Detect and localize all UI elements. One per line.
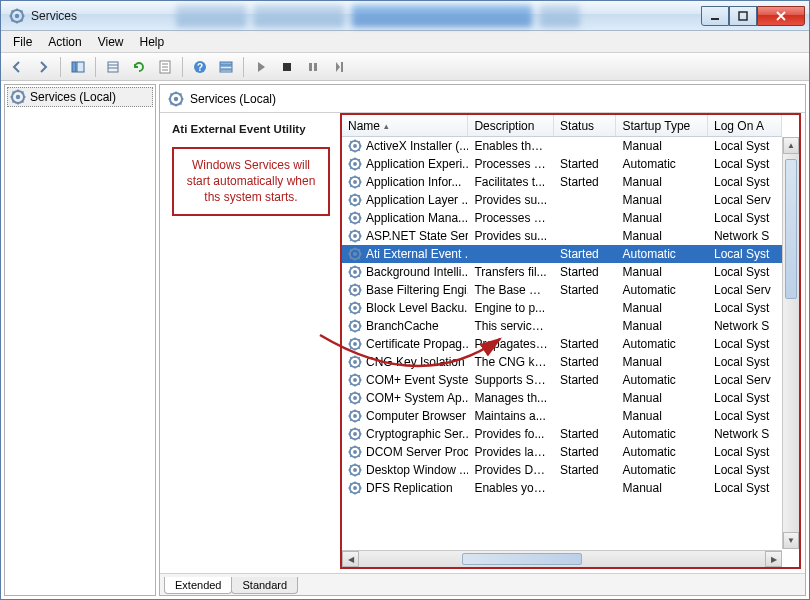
filter-button[interactable] <box>214 55 238 79</box>
service-rows: ActiveX Installer (...Enables the ...Man… <box>342 137 782 497</box>
service-row[interactable]: DCOM Server Proc...Provides lau...Starte… <box>342 443 782 461</box>
scroll-up-button[interactable]: ▲ <box>783 137 799 154</box>
service-row[interactable]: Block Level Backu...Engine to p...Manual… <box>342 299 782 317</box>
maximize-button[interactable] <box>729 6 757 26</box>
service-name: Block Level Backu... <box>366 301 468 315</box>
service-row[interactable]: Application Infor...Facilitates t...Star… <box>342 173 782 191</box>
service-name: CNG Key Isolation <box>366 355 465 369</box>
services-window: Services File Action View Help ? <box>0 0 810 600</box>
service-row[interactable]: ASP.NET State Ser...Provides su...Manual… <box>342 227 782 245</box>
service-startup-type: Automatic <box>616 445 707 459</box>
service-description: Processes a... <box>468 157 554 171</box>
scroll-thumb[interactable] <box>785 159 797 299</box>
minimize-button[interactable] <box>701 6 729 26</box>
svg-rect-10 <box>711 18 719 20</box>
menubar: File Action View Help <box>1 31 809 53</box>
service-name: Application Experi... <box>366 157 468 171</box>
column-header-description[interactable]: Description <box>468 115 554 136</box>
service-startup-type: Automatic <box>616 157 707 171</box>
services-app-icon <box>9 8 25 24</box>
service-description: Enables the ... <box>468 139 554 153</box>
service-icon <box>348 337 362 351</box>
service-name: BranchCache <box>366 319 439 333</box>
service-description: Supports Sy... <box>468 373 554 387</box>
service-row[interactable]: Application Layer ...Provides su...Manua… <box>342 191 782 209</box>
svg-rect-23 <box>220 62 232 65</box>
svg-rect-26 <box>283 63 291 71</box>
service-row[interactable]: COM+ System Ap...Manages th...ManualLoca… <box>342 389 782 407</box>
menu-help[interactable]: Help <box>132 33 173 51</box>
menu-file[interactable]: File <box>5 33 40 51</box>
hscroll-thumb[interactable] <box>462 553 582 565</box>
service-name: COM+ System Ap... <box>366 391 468 405</box>
service-name: ASP.NET State Ser... <box>366 229 468 243</box>
service-icon <box>348 355 362 369</box>
service-row[interactable]: COM+ Event Syste...Supports Sy...Started… <box>342 371 782 389</box>
back-button[interactable] <box>5 55 29 79</box>
titlebar[interactable]: Services <box>1 1 809 31</box>
service-logon: Network S <box>708 319 782 333</box>
restart-service-button[interactable] <box>327 55 351 79</box>
service-row[interactable]: Computer BrowserMaintains a...ManualLoca… <box>342 407 782 425</box>
service-row[interactable]: Desktop Window ...Provides De...StartedA… <box>342 461 782 479</box>
help-button[interactable]: ? <box>188 55 212 79</box>
properties-button[interactable] <box>153 55 177 79</box>
service-description: Provides lau... <box>468 445 554 459</box>
column-header-startup[interactable]: Startup Type <box>616 115 707 136</box>
service-logon: Local Syst <box>708 463 782 477</box>
tree-panel: Services (Local) <box>4 84 156 596</box>
service-logon: Local Serv <box>708 193 782 207</box>
column-headers: Name Description Status Startup Type Log… <box>342 115 782 137</box>
start-service-button[interactable] <box>249 55 273 79</box>
forward-button[interactable] <box>31 55 55 79</box>
services-icon <box>168 91 184 107</box>
tree-item-services-local[interactable]: Services (Local) <box>7 87 153 107</box>
service-row[interactable]: Background Intelli...Transfers fil...Sta… <box>342 263 782 281</box>
scroll-left-button[interactable]: ◀ <box>342 551 359 567</box>
pause-service-button[interactable] <box>301 55 325 79</box>
service-status: Started <box>554 283 616 297</box>
service-row[interactable]: DFS ReplicationEnables you...ManualLocal… <box>342 479 782 497</box>
service-row[interactable]: Base Filtering Engi...The Base Fil...Sta… <box>342 281 782 299</box>
export-list-button[interactable] <box>101 55 125 79</box>
column-header-logon[interactable]: Log On A <box>708 115 782 136</box>
svg-rect-27 <box>309 63 312 71</box>
svg-rect-13 <box>77 62 84 72</box>
service-logon: Local Syst <box>708 391 782 405</box>
service-row[interactable]: BranchCacheThis service ...ManualNetwork… <box>342 317 782 335</box>
close-button[interactable] <box>757 6 805 26</box>
service-startup-type: Manual <box>616 481 707 495</box>
menu-action[interactable]: Action <box>40 33 89 51</box>
service-row[interactable]: Application Experi...Processes a...Start… <box>342 155 782 173</box>
service-name: Ati External Event ... <box>366 247 468 261</box>
tab-standard[interactable]: Standard <box>231 577 298 594</box>
stop-service-button[interactable] <box>275 55 299 79</box>
menu-view[interactable]: View <box>90 33 132 51</box>
tab-extended[interactable]: Extended <box>164 577 232 594</box>
service-startup-type: Manual <box>616 265 707 279</box>
service-row[interactable]: Ati External Event ...StartedAutomaticLo… <box>342 245 782 263</box>
show-hide-tree-button[interactable] <box>66 55 90 79</box>
service-row[interactable]: Cryptographic Ser...Provides fo...Starte… <box>342 425 782 443</box>
column-header-name[interactable]: Name <box>342 115 468 136</box>
selected-service-name: Ati External Event Utility <box>172 123 330 135</box>
service-row[interactable]: Certificate Propag...Propagates ...Start… <box>342 335 782 353</box>
horizontal-scrollbar[interactable]: ◀ ▶ <box>342 550 782 567</box>
service-icon <box>348 427 362 441</box>
scroll-right-button[interactable]: ▶ <box>765 551 782 567</box>
service-logon: Local Syst <box>708 175 782 189</box>
svg-text:?: ? <box>197 62 203 73</box>
service-description: Provides su... <box>468 193 554 207</box>
vertical-scrollbar[interactable]: ▲ ▼ <box>782 137 799 549</box>
service-row[interactable]: CNG Key IsolationThe CNG ke...StartedMan… <box>342 353 782 371</box>
service-name: DFS Replication <box>366 481 453 495</box>
service-name: Computer Browser <box>366 409 466 423</box>
service-status: Started <box>554 175 616 189</box>
scroll-down-button[interactable]: ▼ <box>783 532 799 549</box>
service-row[interactable]: Application Mana...Processes in...Manual… <box>342 209 782 227</box>
column-header-status[interactable]: Status <box>554 115 616 136</box>
service-row[interactable]: ActiveX Installer (...Enables the ...Man… <box>342 137 782 155</box>
service-startup-type: Automatic <box>616 373 707 387</box>
refresh-button[interactable] <box>127 55 151 79</box>
service-name: COM+ Event Syste... <box>366 373 468 387</box>
